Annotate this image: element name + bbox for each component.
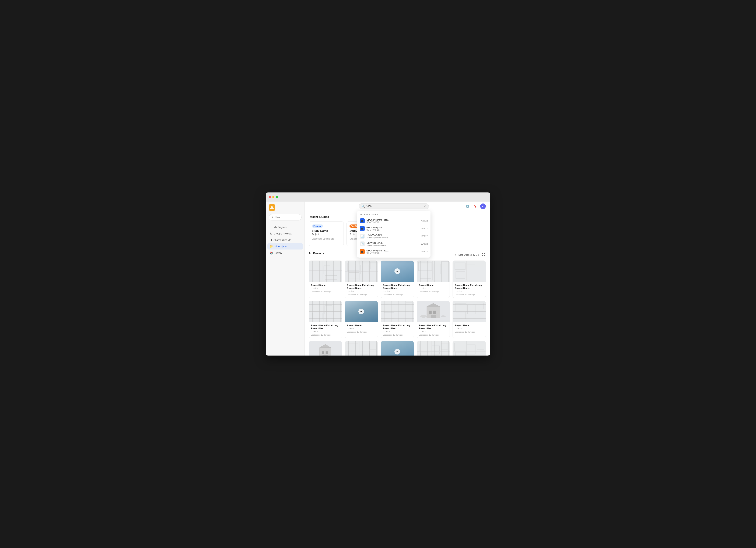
project-card-1-0[interactable]: Project Name Extra Long Project Nam... L… bbox=[309, 301, 342, 338]
dropdown-item-icon-0: ⬛ bbox=[360, 218, 365, 223]
clear-search-button[interactable]: ✕ bbox=[423, 205, 426, 208]
svg-rect-32 bbox=[325, 305, 332, 314]
svg-rect-59 bbox=[326, 351, 328, 354]
maximize-button[interactable] bbox=[276, 196, 278, 198]
svg-rect-9 bbox=[314, 272, 323, 278]
dropdown-item-info-2: US-MTV-GPLX 1600 Amphithaetre Pkwy bbox=[366, 234, 419, 239]
project-card-1-3[interactable]: Project Name Extra Long Project Nam... L… bbox=[417, 301, 450, 338]
study-project-0: Project bbox=[312, 233, 341, 236]
dropdown-item-name-2: US-MTV-GPLX bbox=[366, 234, 419, 237]
project-thumbnail-1-2 bbox=[381, 301, 414, 322]
project-name-0-4: Project Name Extra Long Project Nam... bbox=[455, 284, 484, 290]
shared-icon: ⊡ bbox=[269, 238, 272, 242]
project-date-1-4: Last edited 12 days ago bbox=[455, 331, 484, 333]
sort-arrow-icon[interactable]: ↑ bbox=[455, 253, 456, 256]
dropdown-item-sub-0: US-MTV-GPLX bbox=[366, 221, 419, 223]
study-card-0[interactable]: Program Study Name Project Last edited 1… bbox=[309, 221, 344, 246]
project-location-1-3: Location bbox=[419, 330, 448, 332]
svg-rect-45 bbox=[429, 311, 432, 314]
dropdown-item-sub-4: US-MTV-GPLX bbox=[366, 252, 419, 254]
project-date-0-3: Last edited 12 days ago bbox=[419, 291, 448, 293]
project-location-0-2: Location bbox=[383, 290, 412, 292]
user-avatar[interactable]: C bbox=[480, 203, 486, 209]
project-info-0-1: Project Name Extra Long Project Nam... L… bbox=[345, 282, 378, 298]
project-card-2-3[interactable]: Project Name Location Last edited 12 day… bbox=[417, 341, 450, 356]
project-name-1-3: Project Name Extra Long Project Nam... bbox=[419, 324, 448, 330]
sidebar-item-all-projects[interactable]: 📁 All Projects bbox=[267, 243, 303, 250]
sidebar-item-my-projects[interactable]: ☰ My Projects bbox=[267, 224, 303, 230]
dropdown-item-sub-3: 1600 Pennsylvania Ave bbox=[366, 244, 419, 246]
svg-rect-7 bbox=[324, 266, 330, 274]
sidebar-item-shared-with-me[interactable]: ⊡ Shared With Me bbox=[267, 237, 303, 243]
dropdown-item-1[interactable]: ⬛ GPLX Program US-MTV-GPLX 12/8/22 bbox=[357, 225, 431, 232]
help-button[interactable]: ❓ bbox=[473, 203, 478, 209]
sidebar-item-groups-projects[interactable]: ◎ Group's Projects bbox=[267, 230, 303, 237]
dropdown-item-icon-3: 📄 bbox=[360, 241, 365, 246]
svg-rect-14 bbox=[361, 265, 369, 274]
project-name-0-1: Project Name Extra Long Project Nam... bbox=[347, 284, 376, 290]
library-icon: 📚 bbox=[269, 251, 273, 255]
play-icon-1-1: ▶ bbox=[358, 309, 364, 314]
dropdown-item-4[interactable]: ⬛ GPLX Program Test 1 US-MTV-GPLX 12/8/2… bbox=[357, 248, 431, 255]
project-card-0-3[interactable]: Project Name Location Last edited 12 day… bbox=[417, 261, 450, 298]
svg-rect-5 bbox=[484, 255, 485, 256]
dropdown-item-3[interactable]: 📄 US-WDC-GPLX 1600 Pennsylvania Ave 12/8… bbox=[357, 240, 431, 248]
svg-rect-31 bbox=[312, 304, 323, 311]
project-location-0-3: Location bbox=[419, 287, 448, 289]
project-thumbnail-1-3 bbox=[417, 301, 450, 322]
dropdown-item-name-3: US-WDC-GPLX bbox=[366, 242, 419, 244]
svg-rect-8 bbox=[332, 263, 339, 269]
close-button[interactable] bbox=[269, 196, 271, 198]
dropdown-item-date-4: 12/8/22 bbox=[421, 250, 428, 253]
project-thumbnail-1-0 bbox=[309, 301, 342, 322]
project-card-2-1[interactable]: Project Name Extra Long Project Nam... L… bbox=[345, 341, 378, 356]
main-content: 🔍 ✕ Recent Studies ⬛ GPLX Program Test 1… bbox=[305, 202, 490, 356]
project-name-1-4: Project Name bbox=[455, 324, 484, 327]
project-card-2-2[interactable]: ▶ Project Name Extra Long Project Nam...… bbox=[381, 341, 414, 356]
project-date-0-2: Last edited 12 days ago bbox=[383, 294, 412, 296]
svg-rect-10 bbox=[325, 275, 337, 279]
project-date-1-3: Last edited 12 days ago bbox=[419, 334, 448, 336]
project-card-0-1[interactable]: Project Name Extra Long Project Nam... L… bbox=[345, 261, 378, 298]
sort-label[interactable]: Date Opened by Me bbox=[459, 254, 479, 256]
project-card-2-4[interactable]: Project Name Extra Long Project Nam... L… bbox=[453, 341, 486, 356]
project-thumbnail-0-0 bbox=[309, 261, 342, 282]
svg-rect-46 bbox=[433, 311, 436, 314]
dropdown-item-0[interactable]: ⬛ GPLX Program Test 1 US-MTV-GPLX 7/25/2… bbox=[357, 217, 431, 225]
svg-rect-47 bbox=[431, 315, 436, 318]
project-info-0-2: Project Name Extra Long Project Nam... L… bbox=[381, 282, 414, 298]
svg-rect-65 bbox=[369, 343, 376, 349]
sidebar-item-label-my-projects: My Projects bbox=[274, 226, 286, 229]
settings-button[interactable]: ⚙️ bbox=[465, 203, 470, 209]
sidebar-item-library[interactable]: 📚 Library bbox=[267, 250, 303, 256]
project-card-0-4[interactable]: Project Name Extra Long Project Nam... L… bbox=[453, 261, 486, 298]
sidebar-nav: ☰ My Projects ◎ Group's Projects ⊡ Share… bbox=[266, 224, 304, 256]
sidebar-item-label-all-projects: All Projects bbox=[275, 245, 287, 248]
view-toggle-button[interactable] bbox=[481, 252, 486, 257]
dropdown-item-icon-2: 📄 bbox=[360, 234, 365, 239]
header-actions: ⚙️ ❓ C bbox=[465, 203, 486, 209]
dropdown-item-2[interactable]: 📄 US-MTV-GPLX 1600 Amphithaetre Pkwy 12/… bbox=[357, 232, 431, 240]
svg-rect-25 bbox=[455, 263, 465, 269]
project-location-0-1: Location bbox=[347, 290, 376, 292]
project-card-1-4[interactable]: Project Name Location Last edited 12 day… bbox=[453, 301, 486, 338]
project-info-1-0: Project Name Extra Long Project Nam... L… bbox=[309, 322, 342, 338]
svg-rect-22 bbox=[420, 272, 431, 279]
project-thumbnail-1-4 bbox=[453, 301, 486, 322]
minimize-button[interactable] bbox=[272, 196, 274, 198]
all-projects-title: All Projects bbox=[309, 252, 324, 255]
project-card-0-0[interactable]: Project Name Location Last edited 12 day… bbox=[309, 261, 342, 298]
project-date-0-4: Last edited 12 days ago bbox=[455, 294, 484, 296]
project-card-2-0[interactable]: Project Name Location Last edited 12 day… bbox=[309, 341, 342, 356]
sidebar: + New ☰ My Projects ◎ Group's Projects ⊡… bbox=[266, 202, 305, 356]
svg-rect-63 bbox=[347, 343, 358, 351]
svg-rect-15 bbox=[370, 262, 376, 269]
svg-rect-28 bbox=[456, 272, 465, 278]
search-input-wrap[interactable]: 🔍 ✕ bbox=[359, 203, 429, 209]
svg-rect-75 bbox=[455, 343, 465, 351]
project-card-1-1[interactable]: ▶ Project Name Location Last edited 12 d… bbox=[345, 301, 378, 338]
project-card-1-2[interactable]: Project Name Extra Long Project Nam... L… bbox=[381, 301, 414, 338]
search-input[interactable] bbox=[366, 205, 422, 208]
project-card-0-2[interactable]: ▶ Project Name Extra Long Project Nam...… bbox=[381, 261, 414, 298]
new-button[interactable]: + New bbox=[269, 214, 302, 220]
